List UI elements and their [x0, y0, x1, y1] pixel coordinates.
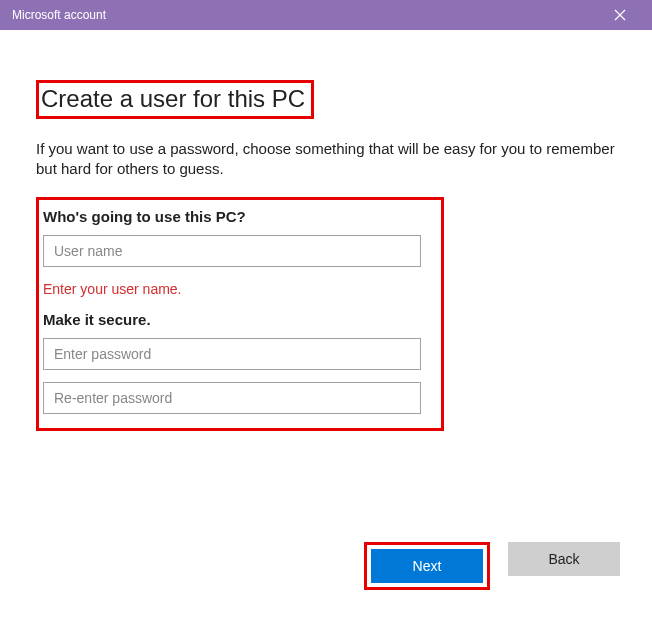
close-icon[interactable] — [600, 9, 640, 21]
username-error: Enter your user name. — [43, 281, 433, 297]
back-button[interactable]: Back — [508, 542, 620, 576]
next-button[interactable]: Next — [371, 549, 483, 583]
next-button-highlight: Next — [364, 542, 490, 590]
content-area: Create a user for this PC If you want to… — [0, 30, 652, 451]
password-input[interactable] — [43, 338, 421, 370]
button-row: Next Back — [364, 542, 620, 590]
page-description: If you want to use a password, choose so… — [36, 139, 616, 180]
password-group — [43, 338, 433, 414]
window-title: Microsoft account — [12, 8, 600, 22]
heading-highlight: Create a user for this PC — [36, 80, 314, 119]
username-input[interactable] — [43, 235, 421, 267]
title-bar: Microsoft account — [0, 0, 652, 30]
secure-label: Make it secure. — [43, 311, 433, 328]
page-title: Create a user for this PC — [39, 83, 311, 116]
who-label: Who's going to use this PC? — [43, 208, 433, 225]
reenter-password-input[interactable] — [43, 382, 421, 414]
form-highlight: Who's going to use this PC? Enter your u… — [36, 197, 444, 431]
